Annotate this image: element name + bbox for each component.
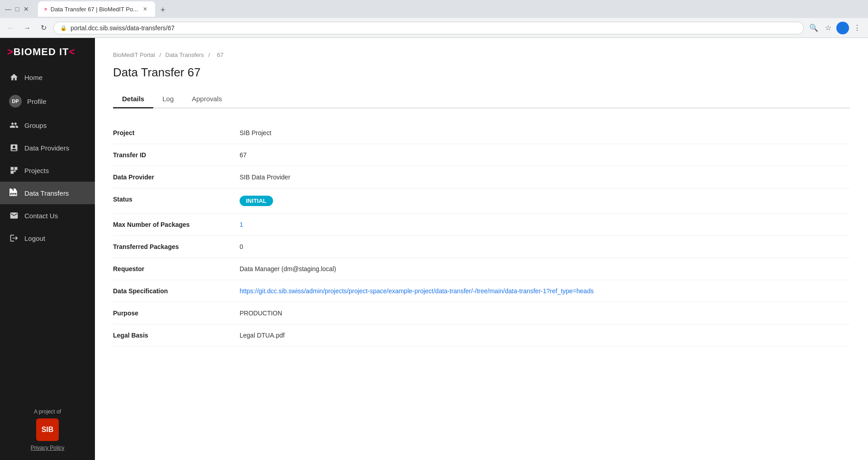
logo-gt: > [7,46,14,57]
contact-icon [9,211,19,221]
label-legal-basis: Legal Basis [113,332,240,339]
logo-lt: < [69,46,75,57]
sidebar-label-data-providers: Data Providers [24,144,69,152]
detail-row-purpose: Purpose PRODUCTION [113,302,850,324]
detail-row-data-provider: Data Provider SIB Data Provider [113,166,850,188]
value-transfer-id: 67 [240,151,850,159]
page-title: Data Transfer 67 [113,66,850,80]
label-project: Project [113,129,240,136]
data-spec-link[interactable]: https://git.dcc.sib.swiss/admin/projects… [240,287,594,295]
breadcrumb-sep-1: / [160,52,163,58]
sidebar-label-groups: Groups [24,122,47,129]
sidebar-item-home[interactable]: Home [0,66,95,89]
footer-project-text: A project of [34,408,61,415]
sidebar-footer: A project of SIB Privacy Policy [0,399,95,460]
minimize-button[interactable]: — [5,5,12,13]
active-tab[interactable]: > Data Transfer 67 | BioMedIT Po... ✕ [38,1,155,17]
value-requestor: Data Manager (dm@staging.local) [240,265,850,272]
home-icon [9,72,19,82]
detail-row-legal-basis: Legal Basis Legal DTUA.pdf [113,324,850,347]
sidebar-item-contact-us[interactable]: Contact Us [0,204,95,227]
profile-avatar: DP [9,95,22,108]
sib-logo: SIB [36,418,59,441]
logout-icon [9,233,19,243]
forward-button[interactable]: → [21,22,33,34]
reload-button[interactable]: ↻ [37,22,50,34]
label-max-packages: Max Number of Packages [113,221,240,228]
breadcrumb-sep-2: / [208,52,212,58]
sidebar-item-logout[interactable]: Logout [0,227,95,249]
sidebar-label-profile: Profile [27,98,47,105]
window-controls[interactable]: — □ ✕ [5,5,30,13]
sidebar-item-profile[interactable]: DP Profile [0,89,95,114]
profile-button[interactable]: 👤 [836,22,849,34]
detail-row-requestor: Requestor Data Manager (dm@staging.local… [113,258,850,280]
back-button[interactable]: ← [5,22,17,34]
label-data-provider: Data Provider [113,174,240,181]
tab-log[interactable]: Log [153,90,183,108]
sidebar-item-data-providers[interactable]: Data Providers [0,136,95,159]
logo-text: >BIOMED IT< [7,46,75,58]
detail-row-data-spec: Data Specification https://git.dcc.sib.s… [113,280,850,302]
sidebar-item-projects[interactable]: Projects [0,159,95,182]
detail-row-status: Status INITIAL [113,188,850,214]
value-status: INITIAL [240,196,850,206]
value-purpose: PRODUCTION [240,310,850,317]
breadcrumb-current: 67 [217,52,223,58]
main-content: BioMedIT Portal / Data Transfers / 67 Da… [95,38,868,460]
groups-icon [9,120,19,130]
value-data-spec: https://git.dcc.sib.swiss/admin/projects… [240,287,850,295]
value-project: SIB Project [240,129,850,136]
value-transferred-packages: 0 [240,243,850,250]
tab-title: Data Transfer 67 | BioMedIT Po... [51,6,138,13]
url-text: portal.dcc.sib.swiss/data-transfers/67 [71,24,797,32]
tab-approvals[interactable]: Approvals [183,90,231,108]
status-badge: INITIAL [240,196,273,206]
breadcrumb: BioMedIT Portal / Data Transfers / 67 [113,52,850,58]
lock-icon: 🔒 [60,25,67,31]
sidebar-label-projects: Projects [24,167,49,174]
sidebar-label-data-transfers: Data Transfers [24,189,69,197]
address-bar[interactable]: 🔒 portal.dcc.sib.swiss/data-transfers/67 [53,22,804,34]
label-status: Status [113,196,240,206]
label-transferred-packages: Transferred Packages [113,243,240,250]
detail-row-max-packages: Max Number of Packages 1 [113,214,850,236]
search-button[interactable]: 🔍 [807,22,820,34]
maximize-button[interactable]: □ [14,5,21,13]
tab-details[interactable]: Details [113,90,153,108]
tab-close-button[interactable]: ✕ [142,5,149,13]
detail-row-project: Project SIB Project [113,122,850,144]
label-transfer-id: Transfer ID [113,151,240,159]
sidebar-label-contact-us: Contact Us [24,212,58,220]
privacy-policy-link[interactable]: Privacy Policy [31,445,65,451]
data-providers-icon [9,143,19,153]
detail-row-transfer-id: Transfer ID 67 [113,144,850,166]
detail-row-transferred-packages: Transferred Packages 0 [113,236,850,258]
tabs-bar: Details Log Approvals [113,90,850,108]
label-data-spec: Data Specification [113,287,240,295]
value-data-provider: SIB Data Provider [240,174,850,181]
close-button[interactable]: ✕ [23,5,30,13]
sidebar-item-groups[interactable]: Groups [0,114,95,136]
details-table: Project SIB Project Transfer ID 67 Data … [113,122,850,347]
sidebar: >BIOMED IT< Home DP Profile Groups Data … [0,38,95,460]
label-purpose: Purpose [113,310,240,317]
tab-favicon: > [44,7,47,12]
breadcrumb-home[interactable]: BioMedIT Portal [113,52,155,58]
label-requestor: Requestor [113,265,240,272]
bookmark-button[interactable]: ☆ [822,22,835,34]
sidebar-label-home: Home [24,74,42,81]
app-container: >BIOMED IT< Home DP Profile Groups Data … [0,38,868,460]
breadcrumb-data-transfers[interactable]: Data Transfers [165,52,204,58]
sib-label: SIB [42,426,54,434]
sidebar-item-data-transfers[interactable]: Data Transfers [0,182,95,204]
value-max-packages: 1 [240,221,850,228]
data-transfers-icon [9,188,19,198]
new-tab-button[interactable]: + [157,4,169,17]
max-packages-link[interactable]: 1 [240,221,243,228]
browser-nav: ← → ↻ 🔒 portal.dcc.sib.swiss/data-transf… [0,18,868,38]
menu-button[interactable]: ⋮ [851,22,863,34]
sidebar-label-logout: Logout [24,235,45,242]
projects-icon [9,165,19,175]
logo: >BIOMED IT< [0,38,95,66]
